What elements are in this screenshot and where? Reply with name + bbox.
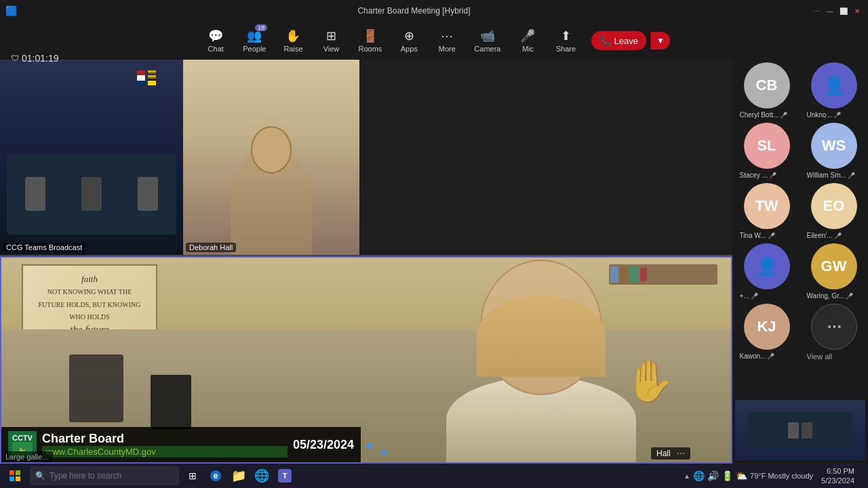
person-silhouette-1 [25,177,45,211]
leave-dropdown-button[interactable]: ▼ [650,32,670,49]
participant-name-eo: Eileen'... 🎤 [807,232,861,239]
book-1 [610,266,618,283]
camera-button[interactable]: 📹 Camera [467,24,507,57]
raise-button[interactable]: ✋ Raise [275,24,311,57]
ie-icon: e [209,469,222,483]
lower-bar-url: www.CharlesCountyMD.gov [42,446,288,458]
participant-card-sl: SL Stacey ... 🎤 [735,123,798,179]
taskview-button[interactable]: ⊞ [182,465,203,487]
person-silhouette-3 [138,177,158,211]
raise-icon: ✋ [285,28,300,43]
weather-text: 79°F Mostly cloudy [750,472,813,480]
search-bar[interactable]: 🔍 [30,466,179,485]
network-icon[interactable]: 🌐 [693,470,705,481]
weather-icon: ⛅ [736,470,747,481]
volume-icon[interactable]: 🔊 [707,470,719,481]
people-button[interactable]: 👥18 People [236,24,273,57]
avatar-tw: TW [744,183,790,229]
avatar-gw-initials: GW [821,258,847,275]
avatar-ws-initials: WS [822,137,846,155]
windows-logo-icon [9,470,21,482]
restore-btn[interactable]: ⬜ [838,5,849,16]
participants-panel: CB Cheryl Bott... 🎤 👤 Unkno... 🎤 [732,60,868,464]
teams-button[interactable]: T [274,465,296,487]
more-options-btn[interactable]: ⋯ [811,5,822,16]
ie-button[interactable]: e [205,465,226,487]
people-badge: 18 [255,24,267,31]
start-button[interactable] [3,464,27,488]
mini-person-1 [788,422,799,439]
participant-name-unknown: Unkno... 🎤 [807,111,861,119]
weather-display[interactable]: ⛅ 79°F Mostly cloudy [736,470,813,481]
person-video-bg [183,60,359,255]
more-button[interactable]: ⋯ More [429,24,465,57]
view-button[interactable]: ⊞ View [313,24,349,57]
clock-date: 5/23/2024 [821,476,854,485]
apps-label: Apps [401,45,418,53]
close-btn[interactable]: ✕ [852,5,863,16]
taskbar: 🔍 ⊞ e 📁 🌐 T ▲ 🌐 🔊 🔋 [0,464,868,488]
monitor-right [151,375,191,429]
participant-card-tw: TW Tina W... 🎤 [735,183,798,239]
avatar-kj: KJ [744,304,790,350]
small-video-row: CCG Teams Broadcast Deborah Hall [0,60,732,256]
people-icon: 👥18 [247,28,262,43]
mic-status-unknown: 🎤 [833,112,841,119]
minimize-btn[interactable]: — [825,5,835,16]
file-explorer-button[interactable]: 📁 [228,465,250,487]
svg-rect-3 [16,476,20,481]
search-input[interactable] [50,471,174,481]
share-icon: ⬆ [561,28,571,43]
speaker-options-btn[interactable]: ⋯ [677,449,685,458]
book-4 [640,268,647,281]
taskbar-clock[interactable]: 6:50 PM 5/23/2024 [816,466,860,486]
lower-bar-info: Charter Board www.CharlesCountyMD.gov [42,432,288,458]
apps-button[interactable]: ⊕ Apps [391,24,427,57]
video-grid: CCG Teams Broadcast Deborah Hall [0,60,732,464]
clock-time: 6:50 PM [821,466,854,476]
participant-name-kj: Kawon... 🎤 [740,352,794,360]
small-person-video: Deborah Hall [183,60,359,255]
mini-person-2 [802,422,812,439]
book-2 [620,267,628,282]
avatar-ws: WS [811,123,857,169]
tray-chevron[interactable]: ▲ [684,472,690,480]
mic-status-eo: 🎤 [834,232,842,239]
chat-button[interactable]: 💬 Chat [198,24,233,57]
battery-icon[interactable]: 🔋 [722,470,733,481]
camera-label: Camera [474,45,500,53]
main-speaker-video: faithNOT KNOWING WHAT THEFUTURE HOLDS, B… [0,256,732,464]
title-bar: 🟦 Charter Board Meeting [Hybrid] ⋯ — ⬜ ✕ [0,0,868,22]
share-label: Share [556,45,576,53]
mic-status-cb: 🎤 [780,112,787,119]
lower-bar-title: Charter Board [42,432,288,446]
svg-rect-0 [9,470,14,475]
share-button[interactable]: ⬆ Share [548,24,583,57]
participant-card-ws: WS William Sm... 🎤 [802,123,865,179]
monitor-left [69,354,123,422]
rooms-label: Rooms [358,45,382,53]
participant-name-tw: Tina W... 🎤 [740,232,794,239]
person-head [251,126,292,174]
participant-card-more[interactable]: ⋯ View all [802,304,865,361]
flag-2 [148,70,156,85]
chrome-button[interactable]: 🌐 [251,465,273,487]
speaker-name-label: Hall ⋯ [651,447,690,460]
lower-info-bar: CCTV 🐢 Charter Board www.CharlesCountyMD… [1,427,361,462]
toolbar: 🛡 01:01:19 💬 Chat 👥18 People ✋ Raise ⊞ V… [0,22,868,60]
flag-1 [137,70,145,85]
avatar-sl-initials: SL [757,137,776,155]
participant-name-sl: Stacey ... 🎤 [740,171,794,179]
app-icon: 🟦 [5,5,17,16]
indicator-dot-2 [381,450,387,455]
more-label: More [439,45,456,53]
chat-label: Chat [208,45,224,53]
rooms-button[interactable]: 🚪 Rooms [351,24,389,57]
flags-area [137,70,156,85]
avatar-gw: GW [811,243,857,289]
person-video-label: Deborah Hall [186,243,236,252]
leave-button[interactable]: 📞 Leave [591,31,646,50]
timer-value: 01:01:19 [22,53,59,64]
participant-card-unknown: 👤 Unkno... 🎤 [802,62,865,119]
mic-button[interactable]: 🎤 Mic [510,24,545,57]
